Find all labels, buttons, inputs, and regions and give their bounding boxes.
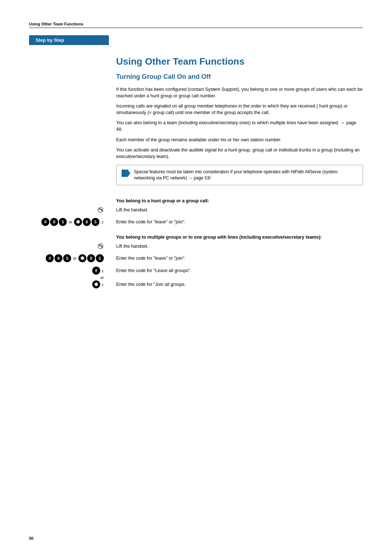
multiple-groups-heading-row: You belong to multiple groups or to one … — [29, 230, 363, 242]
body-para-1: If this function has been configured (co… — [116, 86, 363, 99]
music-note-3: ♪ — [101, 281, 104, 287]
key-star-2: ✱ — [78, 254, 86, 262]
main-layout: Using Other Team Functions Turning Group… — [29, 56, 363, 190]
or-between-row: or — [29, 275, 363, 280]
key-5-2: 5 — [91, 218, 99, 226]
key-hash-1: # — [41, 218, 49, 226]
multiple-groups-step1-row: ✆ Lift the handset. — [29, 242, 363, 251]
key-hash-2: # — [46, 254, 54, 262]
note-box: Special features must be taken into cons… — [116, 165, 363, 185]
multiple-groups-heading: You belong to multiple groups or to one … — [116, 235, 363, 240]
multiple-groups-step3a-text: Enter the code for "Leave all groups". — [109, 268, 363, 273]
music-note-2: ♪ — [101, 268, 104, 274]
key-8-3: 8 — [54, 254, 62, 262]
hunt-group-heading: You belong to a hunt group or a group ca… — [116, 198, 363, 203]
key-star-1: ✱ — [74, 218, 82, 226]
hunt-group-step2-text: Enter the code for "leave" or "join". — [109, 219, 363, 224]
or-label-1: or — [69, 220, 72, 224]
multiple-groups-step2-row: # 8 5 or ✱ 8 5 Enter the code for "leave… — [29, 254, 363, 262]
handset-icon-1: ✆ — [96, 204, 106, 215]
key-hash-3: # — [92, 267, 100, 275]
key-8-4: 8 — [87, 254, 95, 262]
multiple-groups-step3b-row: ✱ ♪ Enter the code for "Join all groups. — [29, 280, 363, 288]
body-para-5: You can activate and deactivate the audi… — [116, 147, 363, 160]
page-number: 50 — [29, 536, 33, 540]
multiple-groups-step3b-text: Enter the code for "Join all groups. — [109, 282, 363, 287]
right-column: Using Other Team Functions Turning Group… — [109, 56, 363, 190]
key-5-1: 5 — [59, 218, 67, 226]
multiple-groups-step2-text: Enter the code for "leave" or "join". — [109, 256, 363, 261]
body-para-4: Each member of the group remains availab… — [116, 137, 363, 143]
section-heading: Turning Group Call On and Off — [116, 73, 363, 81]
key-8-1: 8 — [50, 218, 58, 226]
handset-icon-2: ✆ — [96, 241, 106, 251]
hunt-group-section: You belong to a hunt group or a group ca… — [29, 194, 363, 288]
note-arrow-icon — [122, 170, 130, 177]
hunt-group-step1-row: ✆ Lift the handset. — [29, 206, 363, 214]
or-label-2: or — [73, 256, 77, 260]
hunt-group-heading-row: You belong to a hunt group or a group ca… — [29, 194, 363, 206]
key-5-3: 5 — [63, 254, 71, 262]
key-8-2: 8 — [83, 218, 91, 226]
multiple-groups-step3a-row: # ♪ Enter the code for "Leave all groups… — [29, 267, 363, 275]
page-title: Using Other Team Functions — [116, 56, 363, 67]
key-5-4: 5 — [96, 254, 104, 262]
hunt-group-step1-text: Lift the handset. — [109, 207, 363, 212]
key-star-3: ✱ — [92, 280, 100, 288]
step-by-step-banner: Step by Step — [29, 35, 109, 45]
multiple-groups-step1-text: Lift the handset. — [109, 244, 363, 249]
left-column — [29, 56, 109, 190]
music-note-1: ♪ — [101, 219, 104, 225]
note-text: Special features must be taken into cons… — [134, 169, 358, 181]
hunt-group-step2-row: # 8 5 or ✱ 8 5 ♪ Enter the code for "lea… — [29, 218, 363, 226]
header-section-label: Using Other Team Functions — [29, 22, 83, 26]
or-between-label: or — [100, 275, 104, 280]
body-para-2: Incoming calls are signaled on all group… — [116, 103, 363, 116]
body-para-3: You can also belong to a team (including… — [116, 119, 363, 133]
page-header: Using Other Team Functions — [29, 22, 363, 28]
banner-label: Step by Step — [36, 37, 64, 43]
